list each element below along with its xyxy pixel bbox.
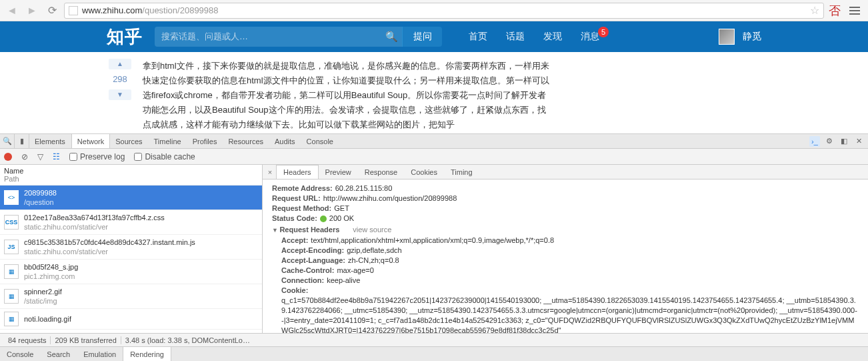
request-count: 84 requests bbox=[4, 336, 51, 344]
site-logo[interactable]: 知乎 bbox=[107, 25, 143, 49]
file-type-icon: CSS bbox=[4, 215, 19, 230]
nav-discover[interactable]: 发现 bbox=[543, 31, 562, 43]
request-row[interactable]: <>20899988/question bbox=[0, 186, 262, 210]
file-type-icon: <> bbox=[4, 190, 19, 205]
request-row[interactable]: ▦bb0d5f248_s.jpgpic1.zhimg.com bbox=[0, 260, 262, 284]
connection-label: Connection: bbox=[281, 276, 324, 286]
detail-tabs: × Headers Preview Response Cookies Timin… bbox=[263, 165, 868, 179]
extension-icon[interactable]: 否 bbox=[828, 4, 841, 17]
request-path: static.zhihu.com/static/ver bbox=[24, 247, 195, 256]
remote-address-label: Remote Address: bbox=[272, 184, 333, 194]
request-row[interactable]: JSc9815c35381b57c0fdc44e8d89dc4327.insta… bbox=[0, 235, 262, 260]
accept-encoding-label: Accept-Encoding: bbox=[281, 246, 344, 256]
address-bar[interactable]: www.zhihu.com/question/20899988 ☆ bbox=[64, 3, 824, 19]
request-path: static.zhihu.com/static/ver bbox=[24, 222, 165, 232]
search-input[interactable]: 搜索话题、问题或人… 🔍 bbox=[155, 27, 405, 47]
nav-home[interactable]: 首页 bbox=[469, 31, 487, 43]
answer-text: 拿到html文件，接下来你要做的就是提取信息，准确地说，是你感兴趣的信息。你需要… bbox=[143, 59, 549, 132]
vote-widget: ▲ 298 ▼ bbox=[107, 59, 133, 132]
request-row[interactable]: ▦noti.loading.gif bbox=[0, 309, 262, 330]
upvote-button[interactable]: ▲ bbox=[109, 59, 131, 69]
tab-audits[interactable]: Audits bbox=[269, 134, 301, 148]
browser-toolbar: ◄ ► ⟳ www.zhihu.com/question/20899988 ☆ … bbox=[0, 0, 868, 21]
request-name: bb0d5f248_s.jpg bbox=[24, 262, 78, 272]
device-mode-icon[interactable]: ▮ bbox=[15, 134, 29, 148]
site-header: 知乎 搜索话题、问题或人… 🔍 提问 首页 话题 发现 消息5 静觅 bbox=[0, 21, 868, 52]
devtools: 🔍 ▮ Elements Network Sources Timeline Pr… bbox=[0, 133, 868, 361]
network-toolbar: ⊘ ▽ ☷ Preserve log Disable cache bbox=[0, 149, 868, 165]
disable-cache-checkbox[interactable]: Disable cache bbox=[134, 152, 195, 161]
inspect-icon[interactable]: 🔍 bbox=[0, 134, 15, 148]
search-icon[interactable]: 🔍 bbox=[385, 31, 398, 43]
tab-console[interactable]: Console bbox=[301, 134, 339, 148]
request-url-value: http://www.zhihu.com/question/20899988 bbox=[323, 194, 457, 204]
view-toggle-icon[interactable]: ☷ bbox=[53, 152, 60, 161]
request-headers-section[interactable]: Request Headersview source bbox=[272, 225, 859, 236]
request-name: c9815c35381b57c0fdc44e8d89dc4327.instant… bbox=[24, 238, 195, 247]
request-row[interactable]: CSS012ee17a8ea33a674d13f13fa97cffb4.z.cs… bbox=[0, 210, 262, 235]
detail-tab-cookies[interactable]: Cookies bbox=[404, 165, 444, 179]
preserve-log-checkbox[interactable]: Preserve log bbox=[69, 152, 125, 161]
drawer-tab-rendering[interactable]: Rendering bbox=[123, 347, 171, 361]
toggle-drawer-icon[interactable]: ›_ bbox=[809, 136, 820, 147]
network-status-bar: 84 requests 209 KB transferred 3.48 s (l… bbox=[0, 333, 868, 346]
close-devtools-icon[interactable]: ✕ bbox=[853, 136, 864, 147]
request-url-label: Request URL: bbox=[272, 194, 321, 204]
request-path: /question bbox=[24, 198, 57, 207]
message-badge: 5 bbox=[598, 27, 609, 37]
drawer-tab-console[interactable]: Console bbox=[0, 347, 40, 361]
cookie-value: q_c1=570b884df2ee4b8b9a751942267c2051|14… bbox=[281, 296, 859, 333]
tab-sources[interactable]: Sources bbox=[110, 134, 148, 148]
hamburger-menu-icon[interactable] bbox=[848, 4, 861, 17]
drawer-tab-search[interactable]: Search bbox=[40, 347, 77, 361]
nav-messages[interactable]: 消息5 bbox=[581, 31, 599, 43]
close-detail-icon[interactable]: × bbox=[264, 165, 276, 179]
user-menu[interactable]: 静觅 bbox=[719, 29, 761, 45]
detail-tab-response[interactable]: Response bbox=[358, 165, 405, 179]
clear-button[interactable]: ⊘ bbox=[21, 152, 28, 161]
back-button[interactable]: ◄ bbox=[4, 3, 20, 19]
cookie-label: Cookie: bbox=[281, 286, 308, 296]
view-source-link[interactable]: view source bbox=[353, 226, 391, 234]
page-icon bbox=[69, 6, 78, 15]
record-button[interactable] bbox=[4, 153, 12, 161]
request-name: 012ee17a8ea33a674d13f13fa97cffb4.z.css bbox=[24, 213, 165, 222]
tab-profiles[interactable]: Profiles bbox=[187, 134, 223, 148]
ask-button[interactable]: 提问 bbox=[402, 27, 442, 47]
tab-network[interactable]: Network bbox=[71, 134, 110, 148]
request-row[interactable]: ▦spinner2.gif/static/img bbox=[0, 284, 262, 309]
tab-resources[interactable]: Resources bbox=[223, 134, 269, 148]
request-method-label: Request Method: bbox=[272, 204, 331, 214]
request-name: noti.loading.gif bbox=[24, 314, 71, 324]
avatar[interactable] bbox=[719, 29, 735, 45]
accept-value: text/html,application/xhtml+xml,applicat… bbox=[311, 236, 554, 246]
forward-button[interactable]: ► bbox=[24, 3, 40, 19]
transferred-size: 209 KB transferred bbox=[51, 336, 121, 344]
filter-icon[interactable]: ▽ bbox=[37, 152, 43, 161]
vote-count: 298 bbox=[113, 71, 127, 88]
reload-button[interactable]: ⟳ bbox=[44, 3, 60, 19]
tab-elements[interactable]: Elements bbox=[29, 134, 71, 148]
file-type-icon: ▦ bbox=[4, 289, 19, 304]
downvote-button[interactable]: ▼ bbox=[109, 89, 131, 100]
tab-timeline[interactable]: Timeline bbox=[149, 134, 187, 148]
detail-tab-headers[interactable]: Headers bbox=[276, 165, 319, 179]
detail-tab-timing[interactable]: Timing bbox=[444, 165, 479, 179]
accept-label: Accept: bbox=[281, 236, 308, 246]
nav-topics[interactable]: 话题 bbox=[506, 31, 525, 43]
bookmark-star-icon[interactable]: ☆ bbox=[810, 4, 819, 17]
settings-gear-icon[interactable]: ⚙ bbox=[824, 136, 835, 147]
detail-tab-preview[interactable]: Preview bbox=[319, 165, 358, 179]
request-list: Name Path <>20899988/questionCSS012ee17a… bbox=[0, 165, 263, 333]
request-list-header[interactable]: Name Path bbox=[0, 165, 262, 186]
cache-control-label: Cache-Control: bbox=[281, 266, 334, 276]
dock-side-icon[interactable]: ◧ bbox=[839, 136, 849, 147]
cache-control-value: max-age=0 bbox=[337, 266, 373, 276]
accept-language-value: zh-CN,zh;q=0.8 bbox=[348, 256, 399, 266]
request-method-value: GET bbox=[334, 204, 349, 214]
drawer-tab-emulation[interactable]: Emulation bbox=[77, 347, 123, 361]
request-detail: × Headers Preview Response Cookies Timin… bbox=[263, 165, 868, 333]
devtools-drawer-tabs: Console Search Emulation Rendering bbox=[0, 346, 868, 361]
main-nav: 首页 话题 发现 消息5 bbox=[469, 31, 599, 43]
request-name: 20899988 bbox=[24, 188, 57, 198]
